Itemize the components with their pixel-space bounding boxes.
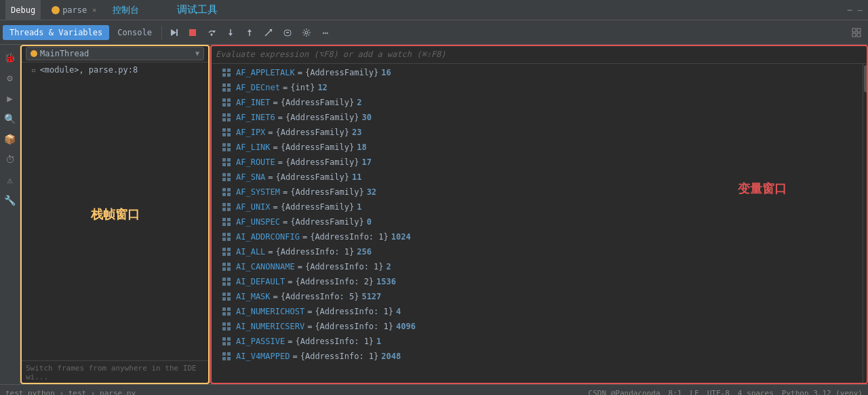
svg-rect-1 (176, 29, 178, 36)
variable-eq: = (298, 261, 302, 273)
variable-item[interactable]: AF_DECnet= {int} 12 (210, 80, 868, 95)
variable-item[interactable]: AI_ALL= {AddressInfo: 1} 256 (210, 244, 868, 259)
sidebar-icon-debug[interactable]: 🐞 (3, 50, 18, 65)
run-to-cursor-btn[interactable] (260, 24, 277, 41)
variable-item[interactable]: AF_UNSPEC= {AddressFamily} 0 (210, 214, 868, 229)
svg-rect-76 (222, 282, 226, 286)
more-btn[interactable]: ⋯ (317, 24, 334, 41)
scrollbar-track[interactable] (863, 64, 868, 384)
svg-rect-88 (222, 327, 226, 331)
variable-name: AF_INET (236, 96, 271, 109)
svg-rect-82 (222, 307, 226, 311)
variable-type: {AddressInfo: 2} (295, 276, 374, 288)
parse-tab-close[interactable]: ✕ (92, 6, 96, 14)
svg-rect-61 (227, 223, 231, 226)
eval-bar[interactable]: Evaluate expression (⌥F8) or add a watch… (210, 45, 868, 64)
sidebar-icon-packages[interactable]: 📦 (3, 132, 18, 147)
thread-selector[interactable]: MainThread ▼ (26, 47, 204, 60)
variable-value: 2048 (381, 350, 401, 362)
variable-type: {AddressInfo: 1} (310, 231, 389, 243)
variable-icon (221, 97, 232, 108)
sidebar-icon-warnings[interactable]: ⚠ (3, 172, 18, 187)
variable-type: {AddressFamily} (285, 111, 359, 124)
layout-btn[interactable] (848, 24, 865, 41)
svg-rect-95 (227, 352, 231, 356)
svg-rect-46 (222, 173, 226, 176)
console-tab[interactable]: 控制台 (107, 0, 144, 20)
stack-frame-item[interactable]: ▫ <module>, parse.py:8 (20, 62, 210, 77)
sidebar-icon-search[interactable]: 🔍 (3, 111, 18, 126)
toolbar-sep-1 (161, 26, 162, 39)
sidebar-icon-profiler[interactable]: ⏱ (3, 152, 18, 167)
svg-rect-39 (227, 143, 231, 147)
step-out-btn[interactable] (241, 24, 258, 41)
variable-item[interactable]: AI_MASK= {AddressInfo: 5} 5127 (210, 289, 868, 304)
variable-item[interactable]: AI_DEFAULT= {AddressInfo: 2} 1536 (210, 274, 868, 289)
variable-eq: = (292, 350, 297, 362)
variable-value: 2 (357, 96, 361, 109)
stack-frame-icon: ▫ (31, 66, 36, 75)
svg-rect-32 (222, 118, 226, 121)
minimize-btn[interactable]: — (858, 5, 863, 15)
sidebar-icons: 🐞 ⚙ ▶ 🔍 📦 ⏱ ⚠ 🔧 (0, 45, 20, 384)
sidebar-icon-run[interactable]: ▶ (3, 91, 18, 106)
variable-value: 2 (387, 261, 391, 273)
variable-item[interactable]: AF_LINK= {AddressFamily} 18 (210, 140, 868, 155)
menu-dots-btn[interactable]: ⋯ (848, 5, 852, 15)
svg-rect-18 (222, 69, 226, 72)
variable-item[interactable]: AI_NUMERICHOST= {AddressInfo: 1} 4 (210, 304, 868, 319)
variable-name: AI_PASSIVE (236, 335, 285, 347)
step-over-btn[interactable] (203, 24, 220, 41)
variable-item[interactable]: AF_SNA= {AddressFamily} 11 (210, 170, 868, 185)
variable-item[interactable]: AF_ROUTE= {AddressFamily} 17 (210, 155, 868, 170)
svg-rect-27 (227, 98, 231, 102)
variable-item[interactable]: AF_INET6= {AddressFamily} 30 (210, 110, 868, 125)
svg-rect-28 (222, 103, 226, 107)
sidebar-icon-tools[interactable]: 🔧 (3, 193, 18, 208)
variable-value: 18 (357, 141, 366, 153)
parse-tab-label: parse (62, 5, 87, 15)
svg-rect-40 (222, 148, 226, 151)
scrollbar-thumb[interactable] (864, 65, 868, 92)
variable-name: AF_SNA (236, 171, 265, 183)
svg-rect-83 (227, 307, 231, 311)
variable-item[interactable]: AF_UNIX= {AddressFamily} 1 (210, 200, 868, 214)
stop-btn[interactable] (184, 24, 201, 41)
stack-hint: Switch frames from anywhere in the IDE w… (20, 360, 210, 384)
eval-btn[interactable] (279, 24, 296, 41)
variable-item[interactable]: AI_PASSIVE= {AddressInfo: 1} 1 (210, 334, 868, 349)
variable-item[interactable]: AI_V4MAPPED= {AddressInfo: 1} 2048 (210, 349, 868, 364)
svg-rect-14 (852, 29, 856, 32)
variable-item[interactable]: AF_INET= {AddressFamily} 2 (210, 95, 868, 110)
sidebar-icon-settings[interactable]: ⚙ (3, 71, 18, 86)
variable-item[interactable]: AI_ADDRCONFIG= {AddressInfo: 1} 1024 (210, 229, 868, 244)
settings-btn[interactable] (298, 24, 315, 41)
variable-item[interactable]: AI_NUMERICSERV= {AddressInfo: 1} 4096 (210, 319, 868, 334)
svg-rect-26 (222, 98, 226, 102)
variable-icon (221, 276, 232, 287)
variable-eq: = (273, 96, 278, 109)
step-into-btn[interactable] (222, 24, 239, 41)
svg-rect-34 (222, 128, 226, 132)
variables-list[interactable]: AF_APPLETALK= {AddressFamily} 16 AF_DECn… (210, 64, 868, 384)
console-toolbar-tab[interactable]: Console (111, 25, 159, 40)
variable-name: AF_ROUTE (236, 156, 275, 168)
variable-name: AF_UNIX (236, 201, 271, 213)
variable-name: AI_ADDRCONFIG (236, 231, 300, 243)
variable-item[interactable]: AF_SYSTEM= {AddressFamily} 32 (210, 185, 868, 200)
svg-rect-97 (227, 357, 231, 360)
variable-eq: = (283, 216, 288, 228)
svg-marker-5 (210, 34, 213, 36)
parse-tab[interactable]: parse ✕ (46, 0, 102, 20)
threads-vars-tab[interactable]: Threads & Variables (3, 25, 109, 40)
debug-label: Debug (11, 5, 35, 15)
debug-tab[interactable]: Debug (5, 0, 41, 20)
variable-type: {AddressFamily} (290, 216, 363, 228)
variable-item[interactable]: AI_CANONNAME= {AddressInfo: 1} 2 (210, 259, 868, 274)
resume-btn[interactable] (165, 24, 182, 41)
variable-icon (221, 172, 232, 183)
variable-item[interactable]: AF_APPLETALK= {AddressFamily} 16 (210, 65, 868, 80)
thread-name: MainThread (40, 49, 193, 58)
variable-item[interactable]: AF_IPX= {AddressFamily} 23 (210, 125, 868, 140)
right-panel: 变量窗口 Evaluate expression (⌥F8) or add a … (210, 45, 868, 384)
